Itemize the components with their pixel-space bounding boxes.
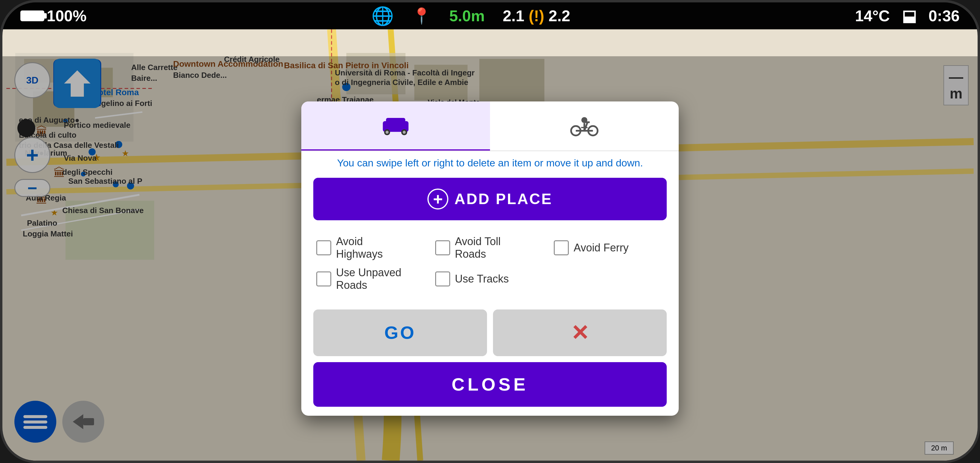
gps-icon: 📍 [412, 7, 431, 25]
action-buttons: GO ✕ [313, 309, 667, 356]
close-label: CLOSE [452, 374, 529, 395]
avoid-toll-option: Avoid TollRoads [435, 235, 545, 260]
options-row-1: AvoidHighways Avoid TollRoads Avoid Ferr… [316, 235, 664, 260]
gps-distance: 5.0m [449, 7, 485, 25]
cancel-button[interactable]: ✕ [493, 309, 667, 356]
cancel-icon: ✕ [571, 320, 589, 346]
status-bar-center: 🌐 📍 5.0m 2.1 (!) 2.2 [371, 5, 570, 27]
avoid-toll-label: Avoid TollRoads [455, 235, 501, 260]
avoid-ferry-label: Avoid Ferry [574, 241, 628, 254]
options-row-2: Use Unpaved Roads Use Tracks [316, 266, 664, 292]
status-bar: 100% 🌐 📍 5.0m 2.1 (!) 2.2 14°C ⬓ 0:36 [2, 2, 978, 29]
battery-percent: 100% [47, 7, 87, 25]
modal-overlay: You can swipe left or right to delete an… [2, 56, 978, 461]
route-modal: You can swipe left or right to delete an… [301, 101, 679, 416]
avoid-ferry-option: Avoid Ferry [554, 240, 664, 255]
go-button[interactable]: GO [313, 309, 487, 356]
bluetooth-icon: ⬓ [902, 7, 916, 25]
avoid-highways-checkbox[interactable] [316, 240, 331, 255]
bike-icon [570, 113, 599, 137]
use-unpaved-label: Use Unpaved Roads [336, 266, 426, 292]
time-display: 0:36 [929, 7, 959, 25]
temperature-display: 14°C [855, 7, 890, 25]
battery-indicator: 100% [21, 7, 87, 25]
avoid-toll-checkbox[interactable] [435, 240, 450, 255]
use-unpaved-option: Use Unpaved Roads [316, 266, 426, 292]
phone-frame: 100% 🌐 📍 5.0m 2.1 (!) 2.2 14°C ⬓ 0:36 [0, 0, 980, 463]
avoid-ferry-checkbox[interactable] [554, 240, 569, 255]
svg-point-52 [403, 130, 406, 133]
use-unpaved-checkbox[interactable] [316, 271, 331, 286]
svg-rect-48 [386, 118, 405, 127]
avoid-highways-option: AvoidHighways [316, 235, 426, 260]
avoid-highways-label: AvoidHighways [336, 235, 383, 260]
battery-fill [22, 12, 43, 20]
use-tracks-option: Use Tracks [435, 271, 545, 286]
car-icon [381, 113, 410, 137]
add-place-label: ADD PLACE [454, 190, 553, 208]
use-tracks-checkbox[interactable] [435, 271, 450, 286]
route-options: AvoidHighways Avoid TollRoads Avoid Ferr… [301, 223, 679, 303]
map-background: ★ ★ ★ 🍴 🍴 ☕ 🍺 ✕ ✕ 🏛 🏛 🏛 [2, 29, 978, 461]
use-tracks-label: Use Tracks [455, 273, 509, 285]
go-label: GO [384, 322, 416, 343]
transport-mode-tabs [301, 101, 679, 151]
status-bar-right: 14°C ⬓ 0:36 [855, 7, 959, 25]
add-place-button[interactable]: + ADD PLACE [313, 178, 667, 220]
speed-display: 2.1 (!) 2.2 [503, 7, 570, 25]
transport-tab-bike[interactable] [490, 101, 679, 151]
battery-icon [21, 11, 45, 21]
status-bar-left: 100% [21, 7, 87, 25]
swipe-hint-text: You can swipe left or right to delete an… [337, 157, 643, 168]
transport-tab-car[interactable] [301, 101, 490, 151]
close-button[interactable]: CLOSE [313, 362, 667, 407]
swipe-hint: You can swipe left or right to delete an… [301, 151, 679, 175]
svg-point-59 [581, 117, 587, 123]
globe-icon: 🌐 [371, 5, 394, 27]
svg-point-50 [385, 130, 388, 133]
add-place-plus-icon: + [427, 189, 449, 209]
